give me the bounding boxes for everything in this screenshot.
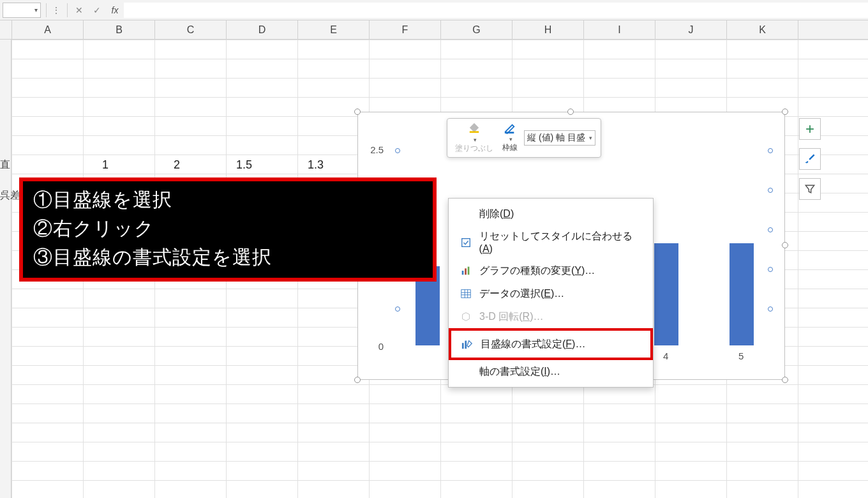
instruction-overlay: ①目盛線を選択 ②右クリック ③目盛線の書式設定を選択 <box>19 177 437 282</box>
row-header-column <box>0 40 11 498</box>
x-tick: 4 <box>663 351 668 361</box>
chart-styles-button[interactable] <box>799 148 821 170</box>
dots-icon: ⋮ <box>49 5 64 15</box>
context-menu: 削除(D) リセットしてスタイルに合わせる(A) グラフの種類の変更(Y)… デ… <box>448 198 654 388</box>
x-tick: 5 <box>738 351 744 361</box>
plus-icon: + <box>805 120 814 138</box>
chevron-down-icon: ▾ <box>589 135 592 141</box>
y-tick: 0 <box>358 341 384 352</box>
col-header[interactable]: H <box>513 20 584 39</box>
funnel-icon <box>804 183 816 195</box>
resize-handle[interactable] <box>782 109 788 115</box>
chart-bar[interactable] <box>730 243 754 345</box>
row-label: 直 <box>0 158 10 172</box>
fx-icon[interactable]: fx <box>106 3 124 18</box>
pen-icon <box>503 123 517 136</box>
fill-label: 塗りつぶし <box>455 143 493 154</box>
chart-element-selector[interactable]: 縦 (値) 軸 目盛 ▾ <box>524 130 595 146</box>
spacer-icon <box>459 207 473 221</box>
col-header[interactable]: K <box>727 20 798 39</box>
resize-handle[interactable] <box>354 109 361 115</box>
gridline-handle[interactable] <box>768 188 773 193</box>
col-header[interactable]: B <box>84 20 155 39</box>
menu-delete[interactable]: 削除(D) <box>450 202 652 225</box>
table-icon <box>459 287 473 301</box>
brush-icon <box>804 153 816 165</box>
col-header[interactable]: J <box>655 20 727 39</box>
gridline-handle[interactable] <box>768 227 773 232</box>
col-header[interactable]: F <box>370 20 441 39</box>
name-box[interactable]: ▾ <box>3 3 41 18</box>
fill-button: ▾ 塗りつぶし <box>453 121 496 155</box>
chart-type-icon <box>459 264 473 278</box>
cancel-icon[interactable]: ✕ <box>70 3 88 18</box>
name-box-dropdown-icon: ▾ <box>34 6 38 13</box>
svg-rect-2 <box>461 238 470 246</box>
svg-rect-6 <box>461 290 470 298</box>
menu-reset-style[interactable]: リセットしてスタイルに合わせる(A) <box>450 225 652 259</box>
menu-3d-rotation: 3-D 回転(R)… <box>450 305 652 328</box>
col-header[interactable]: D <box>227 20 298 39</box>
cube-icon <box>459 310 473 324</box>
svg-rect-3 <box>462 271 464 275</box>
svg-rect-4 <box>465 268 467 275</box>
instruction-line: ②右クリック <box>33 214 423 243</box>
separator <box>46 3 47 17</box>
menu-select-data[interactable]: データの選択(E)… <box>450 282 652 305</box>
chart-bar[interactable] <box>654 243 678 345</box>
svg-rect-1 <box>505 132 514 133</box>
row-label: 呉差 <box>0 189 20 202</box>
chart-elements-button[interactable]: + <box>799 118 821 140</box>
spreadsheet-grid[interactable]: 直 呉差 1 2 1.5 1.3 2.5 0 4 5 + <box>0 40 868 498</box>
resize-handle[interactable] <box>567 109 574 115</box>
separator <box>67 3 68 17</box>
svg-rect-11 <box>462 343 464 349</box>
gridline-handle[interactable] <box>768 267 773 272</box>
menu-format-axis[interactable]: 軸の書式設定(I)… <box>450 360 652 383</box>
gridline-handle[interactable] <box>395 306 400 312</box>
format-gridlines-icon <box>460 337 474 351</box>
select-all-corner[interactable] <box>0 20 12 39</box>
col-header[interactable]: G <box>441 20 513 39</box>
instruction-line: ③目盛線の書式設定を選択 <box>33 243 423 271</box>
formula-bar: ▾ ⋮ ✕ ✓ fx <box>0 0 868 20</box>
reset-icon <box>459 236 473 250</box>
menu-highlight: 目盛線の書式設定(F)… <box>449 328 653 360</box>
gridline-handle[interactable] <box>395 148 400 153</box>
fx-label: fx <box>112 5 119 15</box>
border-label: 枠線 <box>502 142 518 153</box>
gridline-handle[interactable] <box>768 306 773 312</box>
fill-bucket-icon <box>467 122 481 137</box>
cell[interactable]: 1.3 <box>308 158 324 172</box>
svg-rect-5 <box>468 267 470 275</box>
col-header[interactable]: I <box>584 20 655 39</box>
resize-handle[interactable] <box>354 377 361 383</box>
cell[interactable]: 1.5 <box>236 158 252 172</box>
menu-change-chart-type[interactable]: グラフの種類の変更(Y)… <box>450 259 652 282</box>
instruction-line: ①目盛線を選択 <box>33 185 423 214</box>
spacer-icon <box>459 365 473 379</box>
selector-label: 縦 (値) 軸 目盛 <box>527 132 585 144</box>
gridline-handle[interactable] <box>768 148 773 153</box>
svg-rect-12 <box>465 341 467 349</box>
y-tick: 2.5 <box>358 144 384 155</box>
col-header[interactable]: C <box>155 20 227 39</box>
menu-format-gridlines[interactable]: 目盛線の書式設定(F)… <box>459 333 643 356</box>
col-header[interactable]: A <box>12 20 84 39</box>
svg-rect-0 <box>470 131 479 133</box>
formula-input[interactable] <box>124 3 868 18</box>
column-headers: A B C D E F G H I J K <box>0 20 868 40</box>
chart-filter-button[interactable] <box>799 178 821 200</box>
resize-handle[interactable] <box>782 377 788 383</box>
confirm-icon[interactable]: ✓ <box>88 3 106 18</box>
mini-toolbar: ▾ 塗りつぶし ▾ 枠線 縦 (値) 軸 目盛 ▾ <box>447 118 601 158</box>
cell[interactable]: 2 <box>174 158 180 172</box>
resize-handle[interactable] <box>782 242 788 248</box>
cell[interactable]: 1 <box>102 158 108 172</box>
col-header[interactable]: E <box>298 20 370 39</box>
border-button[interactable]: ▾ 枠線 <box>500 121 520 155</box>
